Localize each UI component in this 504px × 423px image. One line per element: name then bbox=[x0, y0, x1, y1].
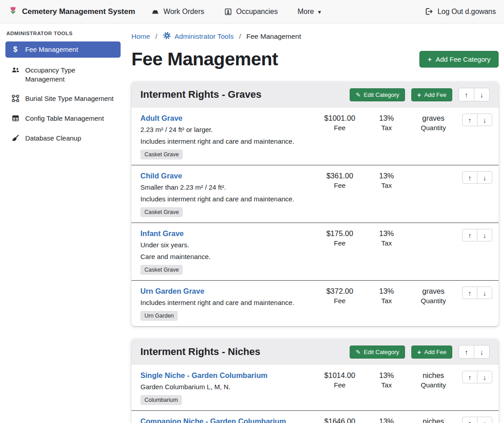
fee-type-badge: Casket Grave bbox=[140, 265, 183, 275]
sidebar-item-occupancy-type-management[interactable]: Occupancy Type Management bbox=[5, 62, 121, 87]
add-fee-button[interactable]: + Add Fee bbox=[411, 346, 452, 359]
arrow-down-icon: ↓ bbox=[483, 373, 486, 381]
fee-category-card-niches: Interment Rights - Niches ✎ Edit Categor… bbox=[131, 339, 499, 423]
add-fee-button[interactable]: + Add Fee bbox=[411, 88, 452, 101]
breadcrumb-admin-tools-link[interactable]: Administrator Tools bbox=[163, 32, 234, 41]
fee-reorder-group: ↑ ↓ bbox=[462, 416, 492, 423]
move-fee-down-button[interactable]: ↓ bbox=[477, 114, 492, 126]
fee-tax-column: 13% Tax bbox=[363, 113, 410, 132]
fee-tax: 13% bbox=[363, 371, 410, 380]
sidebar-item-database-cleanup[interactable]: Database Cleanup bbox=[5, 130, 121, 146]
move-fee-up-button[interactable]: ↑ bbox=[462, 287, 477, 299]
fee-tax-column: 13% Tax bbox=[363, 286, 410, 305]
admin-sidebar: ADMINISTRATOR TOOLS $ Fee Management Occ… bbox=[0, 23, 126, 423]
sidebar-item-label: Config Table Management bbox=[25, 114, 104, 123]
move-fee-up-button[interactable]: ↑ bbox=[462, 371, 477, 383]
logout-label: Log Out d.gowans bbox=[437, 8, 496, 16]
move-fee-down-button[interactable]: ↓ bbox=[477, 287, 492, 299]
fee-tax-column: 13% Tax bbox=[363, 228, 410, 247]
fee-row: Urn Garden Grave Includes interment righ… bbox=[131, 280, 499, 326]
fee-tax-column: 13% Tax bbox=[363, 171, 410, 189]
fee-type-badge: Casket Grave bbox=[140, 207, 183, 217]
fee-name-link[interactable]: Adult Grave bbox=[140, 114, 313, 123]
move-fee-down-button[interactable]: ↓ bbox=[477, 417, 492, 423]
fee-description: Garden Columbarium L, M, N. bbox=[140, 383, 313, 391]
move-category-down-button[interactable]: ↓ bbox=[474, 345, 490, 359]
fee-amount-column: $1646.00 Fee bbox=[316, 416, 363, 423]
vector-square-icon bbox=[11, 95, 20, 102]
fee-amount-column: $372.00 Fee bbox=[316, 286, 363, 305]
fee-tax: 13% bbox=[363, 172, 410, 180]
fee-row: Companion Niche - Garden Columbarium Gar… bbox=[131, 410, 499, 423]
fee-row: Infant Grave Under six years. Care and m… bbox=[131, 223, 499, 280]
fee-quantity-column: graves Quantity bbox=[410, 286, 457, 305]
fee-amount: $1001.00 bbox=[316, 114, 363, 123]
sidebar-item-config-table-management[interactable]: Config Table Management bbox=[5, 110, 121, 127]
category-header: Interment Rights - Graves ✎ Edit Categor… bbox=[131, 82, 499, 108]
fee-amount: $175.00 bbox=[316, 229, 363, 238]
sidebar-item-burial-site-type-management[interactable]: Burial Site Type Management bbox=[5, 91, 121, 107]
fee-amount-column: $1014.00 Fee bbox=[316, 370, 363, 389]
fee-amount-column: $361.00 Fee bbox=[316, 171, 363, 189]
move-fee-down-button[interactable]: ↓ bbox=[477, 371, 492, 383]
arrow-up-icon: ↑ bbox=[468, 116, 472, 124]
tulip-logo-icon bbox=[8, 5, 18, 18]
nav-work-orders[interactable]: Work Orders bbox=[151, 8, 204, 16]
move-fee-down-button[interactable]: ↓ bbox=[477, 229, 492, 241]
arrow-down-icon: ↓ bbox=[483, 289, 486, 297]
fee-name-link[interactable]: Urn Garden Grave bbox=[140, 287, 313, 296]
fee-reorder-group: ↑ ↓ bbox=[462, 171, 492, 184]
fee-reorder-group: ↑ ↓ bbox=[462, 228, 492, 241]
move-category-up-button[interactable]: ↑ bbox=[459, 88, 474, 101]
fee-quantity-column: niches Quantity bbox=[410, 370, 457, 389]
dollar-icon: $ bbox=[11, 45, 20, 54]
sidebar-item-fee-management[interactable]: $ Fee Management bbox=[5, 41, 121, 58]
table-icon bbox=[11, 114, 20, 122]
add-fee-category-button[interactable]: + Add Fee Category bbox=[419, 51, 499, 68]
edit-category-button[interactable]: ✎ Edit Category bbox=[350, 88, 405, 101]
brand-title: Cemetery Management System bbox=[22, 7, 135, 16]
fee-name-link[interactable]: Child Grave bbox=[140, 172, 313, 180]
add-fee-category-label: Add Fee Category bbox=[436, 55, 490, 63]
fee-tax: 13% bbox=[363, 417, 410, 423]
move-fee-up-button[interactable]: ↑ bbox=[462, 114, 477, 126]
fee-tax: 13% bbox=[363, 114, 410, 123]
fee-type-badge: Casket Grave bbox=[140, 150, 183, 159]
fee-row: Single Niche - Garden Columbarium Garden… bbox=[131, 365, 499, 410]
arrow-up-icon: ↑ bbox=[465, 91, 468, 99]
fee-name-link[interactable]: Infant Grave bbox=[140, 229, 313, 238]
logout-button[interactable]: Log Out d.gowans bbox=[425, 7, 496, 16]
move-fee-up-button[interactable]: ↑ bbox=[462, 229, 477, 241]
fee-quantity: graves bbox=[410, 287, 457, 296]
breadcrumb-home-link[interactable]: Home bbox=[131, 32, 150, 41]
fee-tax-column: 13% Tax bbox=[363, 416, 410, 423]
main-content: Home / Administrator Tools / Fee Managem… bbox=[126, 23, 504, 423]
sign-out-icon bbox=[425, 7, 433, 16]
nav-occupancies-label: Occupancies bbox=[236, 8, 278, 16]
plus-icon: + bbox=[417, 91, 421, 98]
sidebar-item-label: Database Cleanup bbox=[25, 134, 81, 143]
breadcrumb-separator: / bbox=[239, 32, 241, 41]
fee-reorder-group: ↑ ↓ bbox=[462, 370, 492, 383]
fee-name-link[interactable]: Single Niche - Garden Columbarium bbox=[140, 371, 313, 380]
nav-occupancies[interactable]: Occupancies bbox=[224, 8, 278, 16]
edit-category-button[interactable]: ✎ Edit Category bbox=[350, 346, 405, 359]
chevron-down-icon: ▾ bbox=[318, 9, 321, 15]
gear-icon bbox=[163, 32, 171, 41]
fee-amount: $1646.00 bbox=[316, 417, 363, 423]
move-category-up-button[interactable]: ↑ bbox=[459, 345, 474, 359]
sidebar-item-label: Burial Site Type Management bbox=[25, 94, 114, 103]
move-fee-up-button[interactable]: ↑ bbox=[462, 417, 477, 423]
fee-description: Includes interment right and care and ma… bbox=[140, 137, 313, 145]
page-title: Fee Management bbox=[131, 49, 278, 70]
move-fee-down-button[interactable]: ↓ bbox=[477, 171, 492, 184]
arrow-up-icon: ↑ bbox=[468, 232, 472, 239]
fee-row: Child Grave Smaller than 2.23 m² / 24 ft… bbox=[131, 165, 499, 223]
move-fee-up-button[interactable]: ↑ bbox=[462, 171, 477, 184]
app-brand: Cemetery Management System bbox=[8, 5, 135, 18]
move-category-down-button[interactable]: ↓ bbox=[474, 88, 490, 101]
fee-name-link[interactable]: Companion Niche - Garden Columbarium bbox=[140, 417, 313, 423]
arrow-up-icon: ↑ bbox=[465, 348, 468, 356]
fee-description: Under six years. bbox=[140, 241, 313, 249]
nav-more[interactable]: More ▾ bbox=[297, 8, 321, 16]
